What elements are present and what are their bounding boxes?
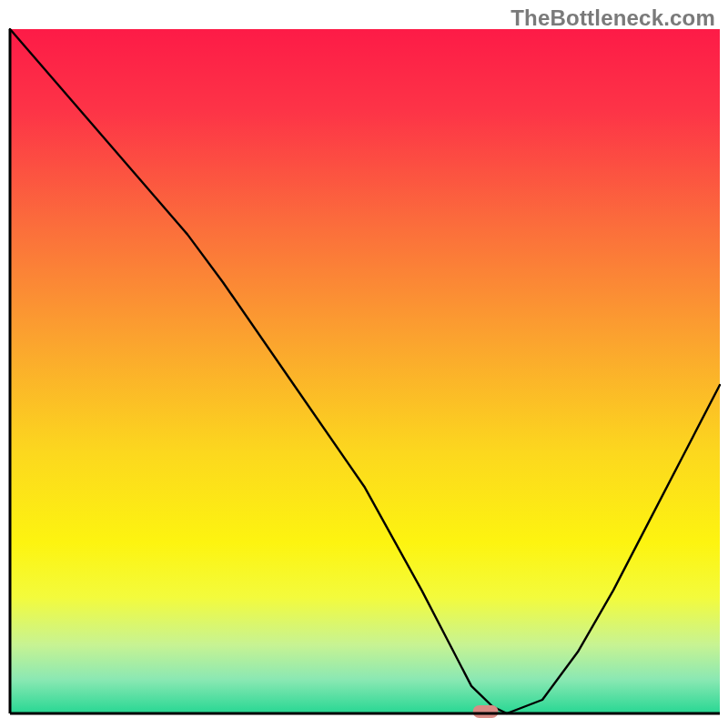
- plot-background: [10, 29, 720, 713]
- optimal-point-marker: [473, 705, 499, 718]
- chart-container: TheBottleneck.com: [0, 0, 728, 728]
- bottleneck-chart: [0, 0, 728, 728]
